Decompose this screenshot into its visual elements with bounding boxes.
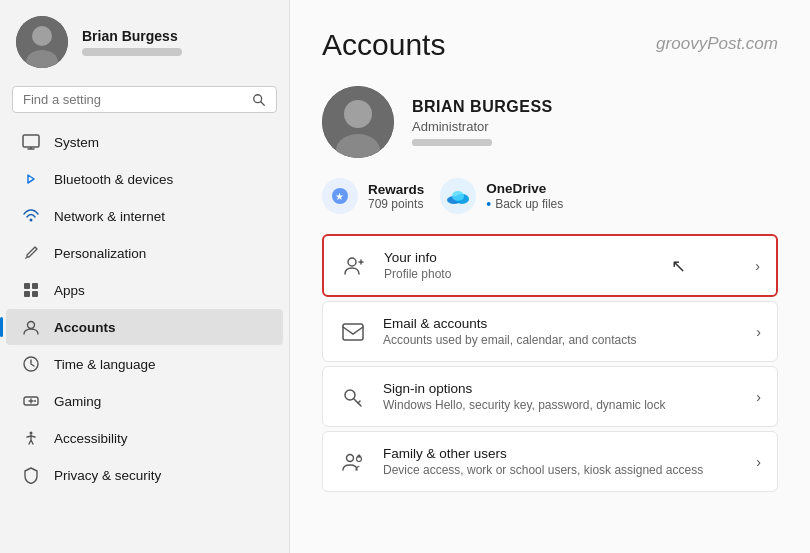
sidebar-item-bluetooth[interactable]: Bluetooth & devices [6, 161, 283, 197]
sidebar-item-privacy[interactable]: Privacy & security [6, 457, 283, 493]
svg-point-8 [30, 219, 33, 222]
svg-point-27 [452, 191, 464, 201]
svg-point-19 [30, 432, 33, 435]
rewards-label: Rewards [368, 182, 424, 197]
signin-title: Sign-in options [383, 381, 740, 396]
onedrive-text: OneDrive • Back up files [486, 181, 563, 212]
sidebar-item-label: Bluetooth & devices [54, 172, 173, 187]
svg-rect-11 [24, 291, 30, 297]
rewards-widget[interactable]: ★ Rewards 709 points [322, 178, 424, 214]
rewards-icon: ★ [322, 178, 358, 214]
avatar [16, 16, 68, 68]
network-icon [22, 207, 40, 225]
search-icon [252, 93, 266, 107]
sidebar-item-gaming[interactable]: Gaming [6, 383, 283, 419]
profile-info: BRIAN BURGESS Administrator [412, 98, 553, 146]
onedrive-sub: • Back up files [486, 196, 563, 212]
sidebar-item-label: System [54, 135, 99, 150]
svg-point-28 [348, 258, 356, 266]
sidebar-item-label: Apps [54, 283, 85, 298]
profile-name: BRIAN BURGESS [412, 98, 553, 116]
sidebar-item-label: Time & language [54, 357, 156, 372]
search-input[interactable] [23, 92, 244, 107]
page-title: Accounts [322, 28, 445, 62]
sidebar-item-label: Accessibility [54, 431, 128, 446]
rewards-sub: 709 points [368, 197, 424, 211]
family-title: Family & other users [383, 446, 740, 461]
chevron-right-icon: › [756, 324, 761, 340]
onedrive-icon [440, 178, 476, 214]
email-sub: Accounts used by email, calendar, and co… [383, 333, 740, 347]
sidebar-item-apps[interactable]: Apps [6, 272, 283, 308]
sidebar-item-label: Personalization [54, 246, 146, 261]
email-title: Email & accounts [383, 316, 740, 331]
sidebar-item-label: Accounts [54, 320, 116, 335]
search-box[interactable] [12, 86, 277, 113]
sidebar-item-accessibility[interactable]: Accessibility [6, 420, 283, 456]
svg-point-18 [34, 400, 36, 402]
svg-rect-9 [24, 283, 30, 289]
your-info-text: Your info Profile photo [384, 250, 739, 281]
signin-sub: Windows Hello, security key, password, d… [383, 398, 740, 412]
widgets-row: ★ Rewards 709 points OneDrive • Back up … [290, 174, 810, 230]
your-info-title: Your info [384, 250, 739, 265]
system-icon [22, 133, 40, 151]
chevron-right-icon: › [756, 454, 761, 470]
chevron-right-icon: › [755, 258, 760, 274]
onedrive-widget[interactable]: OneDrive • Back up files [440, 178, 563, 214]
sidebar-item-network[interactable]: Network & internet [6, 198, 283, 234]
sidebar-item-personalization[interactable]: Personalization [6, 235, 283, 271]
privacy-icon [22, 466, 40, 484]
svg-rect-5 [23, 135, 39, 147]
settings-list: Your info Profile photo ↖ › Email & acco… [290, 230, 810, 496]
profile-role-bar [412, 139, 492, 146]
rewards-text: Rewards 709 points [368, 182, 424, 211]
accessibility-icon [22, 429, 40, 447]
family-sub: Device access, work or school users, kio… [383, 463, 740, 477]
main-header: Accounts groovyPost.com [290, 0, 810, 78]
user-info: Brian Burgess [82, 28, 182, 56]
nav-list: System Bluetooth & devices Network & int… [0, 123, 289, 553]
bluetooth-icon [22, 170, 40, 188]
email-text: Email & accounts Accounts used by email,… [383, 316, 740, 347]
svg-point-1 [32, 26, 52, 46]
gaming-icon [22, 392, 40, 410]
family-text: Family & other users Device access, work… [383, 446, 740, 477]
sidebar-item-accounts[interactable]: Accounts [6, 309, 283, 345]
email-icon [339, 318, 367, 346]
sidebar-item-label: Network & internet [54, 209, 165, 224]
brush-icon [22, 244, 40, 262]
svg-point-13 [28, 322, 35, 329]
user-name: Brian Burgess [82, 28, 182, 44]
watermark: groovyPost.com [656, 34, 778, 54]
settings-item-email[interactable]: Email & accounts Accounts used by email,… [322, 301, 778, 362]
profile-role: Administrator [412, 119, 553, 134]
svg-point-31 [347, 454, 354, 461]
sidebar-item-label: Privacy & security [54, 468, 161, 483]
person-icon [340, 252, 368, 280]
your-info-sub: Profile photo [384, 267, 739, 281]
key-icon [339, 383, 367, 411]
sidebar-item-system[interactable]: System [6, 124, 283, 160]
sidebar-header: Brian Burgess [0, 0, 289, 82]
apps-icon [22, 281, 40, 299]
sidebar: Brian Burgess System Bluetooth & devices [0, 0, 290, 553]
signin-text: Sign-in options Windows Hello, security … [383, 381, 740, 412]
settings-item-your-info[interactable]: Your info Profile photo ↖ › [322, 234, 778, 297]
time-icon [22, 355, 40, 373]
settings-item-family[interactable]: Family & other users Device access, work… [322, 431, 778, 492]
svg-rect-29 [343, 324, 363, 340]
svg-rect-10 [32, 283, 38, 289]
onedrive-label: OneDrive [486, 181, 563, 196]
sidebar-item-label: Gaming [54, 394, 101, 409]
sidebar-item-time[interactable]: Time & language [6, 346, 283, 382]
settings-item-signin[interactable]: Sign-in options Windows Hello, security … [322, 366, 778, 427]
user-bar-decoration [82, 48, 182, 56]
svg-text:★: ★ [335, 191, 344, 202]
profile-section: BRIAN BURGESS Administrator [290, 78, 810, 174]
profile-avatar [322, 86, 394, 158]
main-content: Accounts groovyPost.com BRIAN BURGESS Ad… [290, 0, 810, 553]
svg-rect-12 [32, 291, 38, 297]
family-icon [339, 448, 367, 476]
accounts-icon [22, 318, 40, 336]
